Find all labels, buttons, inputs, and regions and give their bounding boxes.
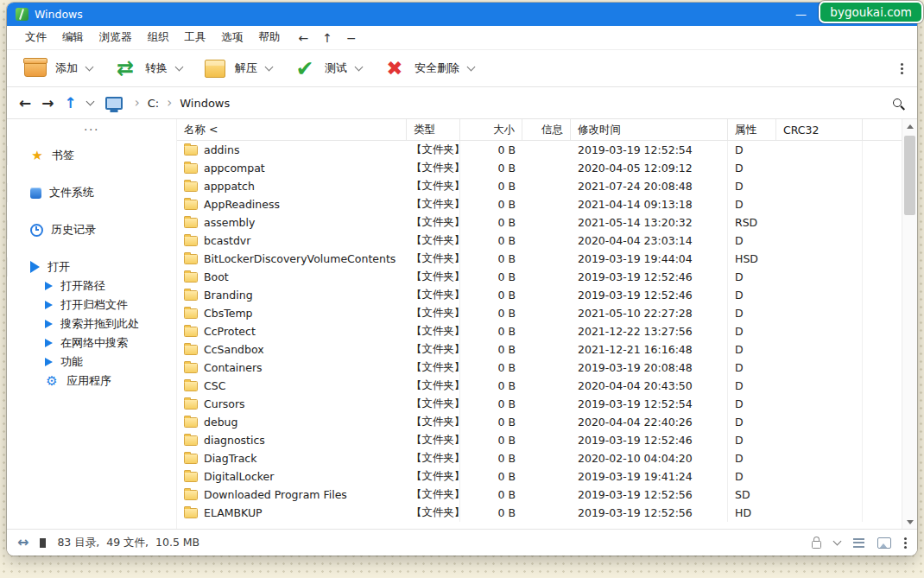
table-row[interactable]: appcompat【文件夹】0 B2020-04-05 12:09:12D xyxy=(177,159,902,177)
file-crc32 xyxy=(776,141,863,159)
title-bar[interactable]: Windows — xyxy=(7,3,917,26)
table-row[interactable]: CcSandbox【文件夹】0 B2021-12-21 16:16:48D xyxy=(177,340,902,359)
file-attributes: D xyxy=(728,177,776,195)
add-button[interactable]: 添加 xyxy=(14,53,104,84)
convert-button[interactable]: 转换 xyxy=(104,53,193,84)
table-row[interactable]: CbsTemp【文件夹】0 B2021-05-10 22:27:28D xyxy=(177,304,902,322)
table-row[interactable]: apppatch【文件夹】0 B2021-07-24 20:08:48D xyxy=(177,177,902,195)
file-type: 【文件夹】 xyxy=(407,250,460,268)
resize-columns-icon[interactable]: ↔ xyxy=(17,536,28,549)
chevron-down-icon[interactable] xyxy=(467,62,476,71)
back-button[interactable]: ← xyxy=(19,96,31,111)
column-header[interactable]: 名称 < xyxy=(177,119,407,140)
table-row[interactable]: ELAMBKUP【文件夹】0 B2019-03-19 12:52:56HD xyxy=(177,504,902,522)
chevron-down-icon[interactable] xyxy=(85,62,94,71)
table-row[interactable]: Cursors【文件夹】0 B2019-03-19 12:52:54D xyxy=(177,395,902,413)
sidebar-item[interactable]: 文件系统 xyxy=(7,183,176,202)
file-name: Branding xyxy=(204,289,253,302)
vertical-dots-icon[interactable] xyxy=(904,542,907,544)
address-history-chevron-icon[interactable] xyxy=(85,97,94,105)
extract-icon xyxy=(202,56,228,80)
scrollbar-thumb[interactable] xyxy=(904,136,915,215)
column-header[interactable]: 信息 xyxy=(522,119,571,140)
scrollbar-track[interactable] xyxy=(902,133,917,515)
menu-item-3[interactable]: 组织 xyxy=(140,27,177,48)
toolbar-overflow-button[interactable] xyxy=(894,50,910,86)
sidebar-item[interactable]: 书签 xyxy=(7,146,176,165)
table-row[interactable]: debug【文件夹】0 B2020-04-04 22:40:26D xyxy=(177,413,902,431)
breadcrumb-item[interactable]: Windows xyxy=(180,97,230,110)
minimize-button[interactable]: — xyxy=(795,9,807,20)
sidebar-item-label: 应用程序 xyxy=(66,373,111,389)
column-header[interactable]: 大小 xyxy=(460,119,522,140)
sidebar-item-label: 在网络中搜索 xyxy=(60,335,128,351)
vertical-dots-icon xyxy=(901,67,903,70)
folder-icon xyxy=(184,272,198,283)
table-row[interactable]: assembly【文件夹】0 B2021-05-14 13:20:32RSD xyxy=(177,213,902,232)
file-modified: 2019-03-19 12:52:56 xyxy=(571,486,728,504)
sidebar-item[interactable]: 应用程序 xyxy=(7,372,176,391)
sidebar-item[interactable]: 历史记录 xyxy=(7,220,176,239)
table-row[interactable]: diagnostics【文件夹】0 B2019-03-19 12:52:46D xyxy=(177,431,902,449)
file-name: BitLockerDiscoveryVolumeContents xyxy=(204,252,396,265)
sidebar-more-button[interactable]: ... xyxy=(7,121,176,135)
file-type: 【文件夹】 xyxy=(407,304,460,322)
menu-item-1[interactable]: 编辑 xyxy=(54,27,92,48)
secure-delete-button[interactable]: 安全删除 xyxy=(373,53,485,84)
chevron-down-icon[interactable] xyxy=(265,62,274,71)
table-row[interactable]: AppReadiness【文件夹】0 B2021-04-14 09:13:18D xyxy=(177,195,902,213)
scroll-down-button[interactable] xyxy=(902,515,917,529)
computer-icon[interactable] xyxy=(105,97,123,110)
file-attributes: HD xyxy=(728,504,776,522)
table-row[interactable]: CcProtect【文件夹】0 B2021-12-22 13:27:56D xyxy=(177,322,902,340)
vertical-scrollbar[interactable] xyxy=(902,119,917,529)
chevron-down-icon[interactable] xyxy=(175,62,184,71)
extract-button[interactable]: 解压 xyxy=(193,53,283,84)
table-row[interactable]: Branding【文件夹】0 B2019-03-19 12:52:46D xyxy=(177,286,902,304)
breadcrumb-item[interactable]: C: xyxy=(148,97,159,110)
test-button[interactable]: 测试 xyxy=(283,53,373,84)
forward-button[interactable]: → xyxy=(41,96,54,111)
column-header[interactable]: 修改时间 xyxy=(571,119,728,140)
lock-icon[interactable] xyxy=(812,541,821,549)
sidebar-item[interactable]: 搜索并拖到此处 xyxy=(7,314,176,333)
sidebar-item[interactable]: 打开路径 xyxy=(7,276,176,295)
column-block-icon[interactable] xyxy=(40,538,46,548)
menubar-nav-icon-2[interactable]: − xyxy=(346,31,357,45)
table-row[interactable]: Boot【文件夹】0 B2019-03-19 12:52:46D xyxy=(177,268,902,286)
table-row[interactable]: Containers【文件夹】0 B2019-03-19 20:08:48D xyxy=(177,359,902,377)
menu-item-2[interactable]: 浏览器 xyxy=(92,27,140,48)
table-row[interactable]: DiagTrack【文件夹】0 B2020-02-10 04:04:20D xyxy=(177,449,902,467)
sidebar-item[interactable]: 在网络中搜索 xyxy=(7,333,176,353)
file-modified: 2020-04-04 23:03:14 xyxy=(571,232,728,250)
column-header[interactable]: CRC32 xyxy=(776,119,863,140)
scroll-up-button[interactable] xyxy=(902,119,917,133)
chevron-down-icon[interactable] xyxy=(355,62,364,71)
folder-icon xyxy=(184,472,198,482)
table-row[interactable]: bcastdvr【文件夹】0 B2020-04-04 23:03:14D xyxy=(177,232,902,250)
table-row[interactable]: addins【文件夹】0 B2019-03-19 12:52:54D xyxy=(177,141,902,159)
up-button[interactable]: ↑ xyxy=(65,96,77,111)
column-header[interactable]: 类型 xyxy=(407,119,460,140)
chevron-down-icon[interactable] xyxy=(833,537,842,546)
image-view-icon[interactable] xyxy=(877,537,891,549)
play-icon-small xyxy=(45,358,53,366)
list-view-icon[interactable] xyxy=(853,538,864,548)
table-row[interactable]: CSC【文件夹】0 B2020-04-04 20:43:50D xyxy=(177,377,902,395)
sidebar-item[interactable]: 打开归档文件 xyxy=(7,295,176,314)
folder-icon xyxy=(184,417,198,428)
sidebar-item[interactable]: 打开 xyxy=(7,257,176,276)
menu-item-5[interactable]: 选项 xyxy=(214,27,251,48)
column-header[interactable]: 属性 xyxy=(728,119,776,140)
table-row[interactable]: Downloaded Program Files【文件夹】0 B2019-03-… xyxy=(177,486,902,504)
sidebar-item[interactable]: 功能 xyxy=(7,353,176,372)
search-button[interactable] xyxy=(889,95,905,111)
table-row[interactable]: BitLockerDiscoveryVolumeContents【文件夹】0 B… xyxy=(177,250,902,268)
menu-item-6[interactable]: 帮助 xyxy=(251,27,288,48)
menu-item-0[interactable]: 文件 xyxy=(17,27,54,48)
menu-item-4[interactable]: 工具 xyxy=(177,27,214,48)
menubar-nav-icon-1[interactable]: ↑ xyxy=(322,31,332,45)
table-row[interactable]: DigitalLocker【文件夹】0 B2019-03-19 19:41:24… xyxy=(177,467,902,486)
menubar-nav-icon-0[interactable]: ← xyxy=(299,31,309,45)
file-info xyxy=(522,504,571,522)
